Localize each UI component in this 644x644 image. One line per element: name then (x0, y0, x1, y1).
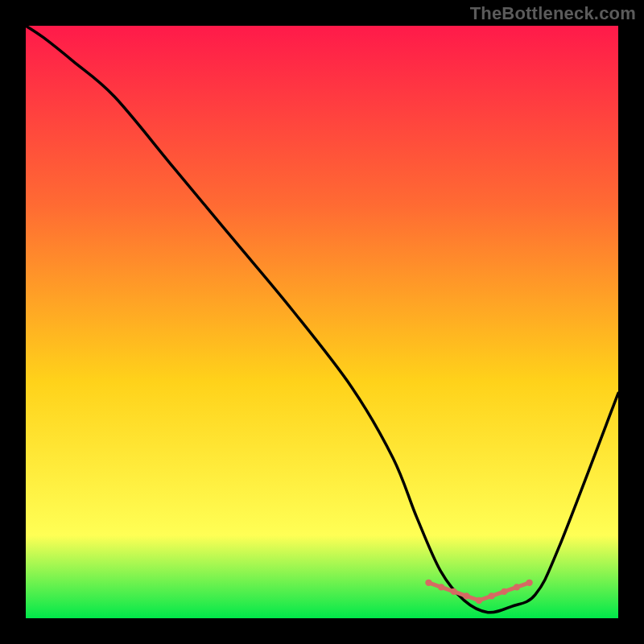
chart-svg (0, 0, 644, 644)
watermark-text: TheBottleneck.com (470, 3, 636, 24)
flat-marker-dot (526, 580, 532, 586)
plot-background (26, 26, 618, 618)
chart-frame: TheBottleneck.com (0, 0, 644, 644)
